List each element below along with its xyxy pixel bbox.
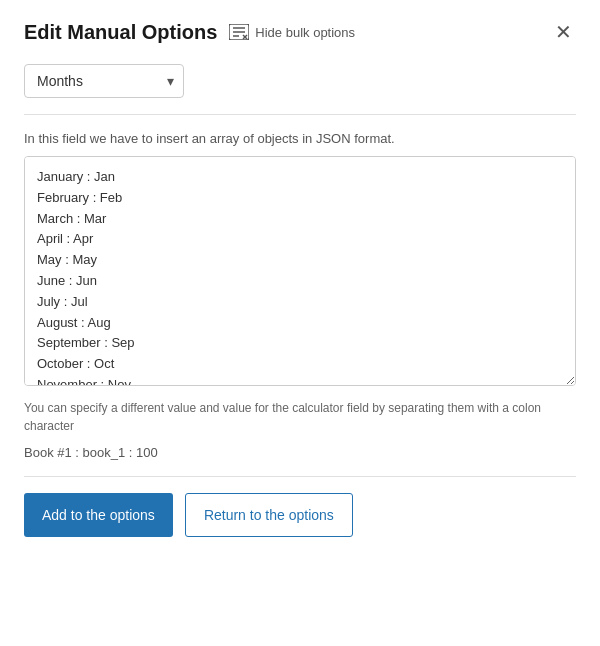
return-to-options-button[interactable]: Return to the options: [185, 493, 353, 537]
select-row: Months Days Years: [24, 64, 576, 98]
hide-bulk-button[interactable]: Hide bulk options: [229, 24, 355, 40]
modal-container: Edit Manual Options Hide bulk options ✕: [0, 0, 600, 646]
divider-bottom: [24, 476, 576, 477]
close-button[interactable]: ✕: [551, 20, 576, 44]
months-textarea[interactable]: January : Jan February : Feb March : Mar…: [24, 156, 576, 386]
json-description: In this field we have to insert an array…: [24, 131, 576, 146]
hide-bulk-label: Hide bulk options: [255, 25, 355, 40]
modal-header-left: Edit Manual Options Hide bulk options: [24, 21, 355, 44]
dropdown-wrapper: Months Days Years: [24, 64, 184, 98]
button-row: Add to the options Return to the options: [24, 493, 576, 537]
hide-bulk-icon: [229, 24, 249, 40]
modal-title: Edit Manual Options: [24, 21, 217, 44]
months-dropdown[interactable]: Months Days Years: [24, 64, 184, 98]
add-to-options-button[interactable]: Add to the options: [24, 493, 173, 537]
modal-header: Edit Manual Options Hide bulk options ✕: [24, 20, 576, 44]
hint-text: You can specify a different value and va…: [24, 399, 576, 435]
divider-top: [24, 114, 576, 115]
example-text: Book #1 : book_1 : 100: [24, 445, 576, 460]
